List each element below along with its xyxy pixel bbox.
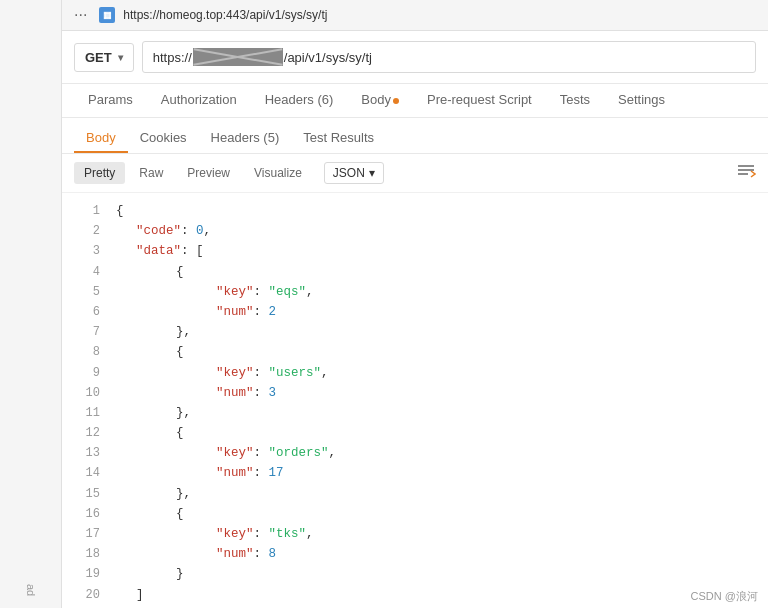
favicon-icon: ▦ bbox=[99, 7, 115, 23]
format-pretty[interactable]: Pretty bbox=[74, 162, 125, 184]
left-sidebar: ad bbox=[0, 0, 62, 608]
format-visualize[interactable]: Visualize bbox=[244, 162, 312, 184]
tab-headers[interactable]: Headers (6) bbox=[251, 84, 348, 117]
code-line-11: 11 }, bbox=[62, 403, 768, 423]
code-line-5: 5 "key": "eqs", bbox=[62, 282, 768, 302]
window-dots: ··· bbox=[74, 6, 87, 24]
code-line-20: 20 ] bbox=[62, 585, 768, 605]
wrap-icon[interactable] bbox=[738, 164, 756, 182]
url-field[interactable]: https:// /api/v1/sys/sy/tj bbox=[142, 41, 756, 73]
code-line-17: 17 "key": "tks", bbox=[62, 524, 768, 544]
url-redacted bbox=[193, 48, 283, 66]
request-bar: GET ▾ https:// /api/v1/sys/sy/tj bbox=[62, 31, 768, 84]
code-line-18: 18 "num": 8 bbox=[62, 544, 768, 564]
tab-authorization[interactable]: Authorization bbox=[147, 84, 251, 117]
method-select[interactable]: GET ▾ bbox=[74, 43, 134, 72]
code-line-8: 8 { bbox=[62, 342, 768, 362]
code-line-19: 19 } bbox=[62, 564, 768, 584]
code-line-21: 21 } bbox=[62, 605, 768, 606]
format-type-select[interactable]: JSON ▾ bbox=[324, 162, 384, 184]
format-bar: Pretty Raw Preview Visualize JSON ▾ bbox=[62, 154, 768, 193]
tab-body[interactable]: Body bbox=[347, 84, 413, 117]
tab-params[interactable]: Params bbox=[74, 84, 147, 117]
footer: CSDN @浪河 bbox=[681, 585, 768, 608]
code-line-13: 13 "key": "orders", bbox=[62, 443, 768, 463]
format-raw[interactable]: Raw bbox=[129, 162, 173, 184]
url-suffix: /api/v1/sys/sy/tj bbox=[284, 50, 372, 65]
tab-settings[interactable]: Settings bbox=[604, 84, 679, 117]
chevron-down-icon: ▾ bbox=[118, 52, 123, 63]
code-line-3: 3 "data": [ bbox=[62, 241, 768, 261]
secondary-tabs: Body Cookies Headers (5) Test Results bbox=[62, 118, 768, 154]
top-bar: ··· ▦ https://homeog.top:443/api/v1/sys/… bbox=[62, 0, 768, 31]
tab-test-results[interactable]: Test Results bbox=[291, 124, 386, 153]
code-line-6: 6 "num": 2 bbox=[62, 302, 768, 322]
code-line-14: 14 "num": 17 bbox=[62, 463, 768, 483]
code-line-7: 7 }, bbox=[62, 322, 768, 342]
tab-headers-response[interactable]: Headers (5) bbox=[199, 124, 292, 153]
window-url: https://homeog.top:443/api/v1/sys/sy/tj bbox=[123, 8, 327, 22]
format-type-chevron: ▾ bbox=[369, 166, 375, 180]
code-line-10: 10 "num": 3 bbox=[62, 383, 768, 403]
code-line-16: 16 { bbox=[62, 504, 768, 524]
code-line-4: 4 { bbox=[62, 262, 768, 282]
tab-pre-request[interactable]: Pre-request Script bbox=[413, 84, 546, 117]
footer-label: CSDN @浪河 bbox=[691, 590, 758, 602]
code-body: 1 { 2 "code": 0, 3 "data": [ 4 { 5 bbox=[62, 193, 768, 606]
format-type-label: JSON bbox=[333, 166, 365, 180]
code-line-9: 9 "key": "users", bbox=[62, 363, 768, 383]
code-line-2: 2 "code": 0, bbox=[62, 221, 768, 241]
url-prefix: https:// bbox=[153, 50, 192, 65]
code-line-15: 15 }, bbox=[62, 484, 768, 504]
tab-body-response[interactable]: Body bbox=[74, 124, 128, 153]
sidebar-label: ad bbox=[25, 584, 37, 596]
method-label: GET bbox=[85, 50, 112, 65]
tab-tests[interactable]: Tests bbox=[546, 84, 604, 117]
primary-tabs: Params Authorization Headers (6) Body Pr… bbox=[62, 84, 768, 118]
format-preview[interactable]: Preview bbox=[177, 162, 240, 184]
code-line-12: 12 { bbox=[62, 423, 768, 443]
tab-cookies[interactable]: Cookies bbox=[128, 124, 199, 153]
code-line-1: 1 { bbox=[62, 201, 768, 221]
